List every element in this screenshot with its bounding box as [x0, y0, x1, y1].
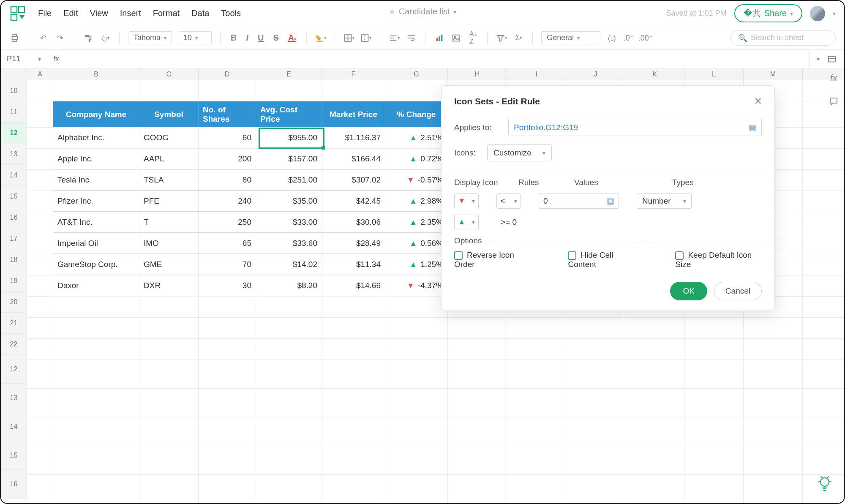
cell[interactable]: AT&T Inc. — [53, 212, 139, 233]
cell[interactable] — [684, 446, 744, 474]
cell[interactable] — [744, 389, 803, 417]
cell[interactable]: 60 — [199, 128, 256, 148]
col-header[interactable]: L — [684, 68, 744, 80]
cell[interactable]: GME — [139, 254, 199, 275]
cell[interactable]: No. of Shares — [199, 101, 256, 127]
cell[interactable]: ▼-4.37% — [385, 275, 448, 296]
cell[interactable] — [256, 446, 322, 474]
cell[interactable] — [53, 80, 139, 101]
cell[interactable] — [448, 475, 507, 503]
bold-button[interactable]: B — [229, 32, 238, 44]
cell[interactable] — [27, 360, 53, 388]
menu-edit[interactable]: Edit — [63, 8, 78, 18]
cell[interactable]: 200 — [199, 149, 256, 169]
cell[interactable] — [507, 318, 566, 338]
cell[interactable]: 70 — [199, 254, 256, 275]
cell[interactable]: Alphabet Inc. — [53, 128, 139, 148]
cell[interactable] — [385, 339, 448, 360]
row-header[interactable]: 13 — [1, 144, 27, 165]
cell[interactable]: $42.45 — [322, 191, 385, 212]
cell[interactable] — [199, 446, 256, 474]
cell[interactable] — [566, 475, 625, 503]
cell[interactable] — [322, 389, 385, 417]
cell[interactable] — [139, 446, 199, 474]
cell[interactable] — [27, 101, 53, 127]
cell[interactable]: $8.20 — [256, 275, 322, 296]
cell[interactable] — [625, 475, 684, 503]
parentheses-icon[interactable]: (₀) — [606, 33, 617, 44]
image-icon[interactable] — [451, 33, 462, 44]
cell[interactable] — [199, 360, 256, 388]
decrease-decimal-icon[interactable]: .0⁻ — [623, 33, 634, 44]
cell[interactable] — [566, 417, 625, 446]
cell[interactable] — [53, 297, 139, 317]
cell[interactable] — [139, 339, 199, 360]
filter-icon[interactable]: ▾ — [496, 33, 507, 44]
col-header[interactable]: D — [199, 68, 256, 80]
cell[interactable] — [684, 339, 744, 360]
cell[interactable]: Market Price — [322, 101, 385, 127]
cell[interactable] — [139, 360, 199, 388]
cell[interactable] — [27, 318, 53, 338]
cell[interactable] — [684, 360, 744, 388]
cell[interactable] — [684, 389, 744, 417]
cell[interactable] — [385, 446, 448, 474]
cell[interactable] — [53, 417, 139, 446]
cell[interactable] — [448, 318, 507, 338]
cell[interactable] — [684, 475, 744, 503]
cell[interactable] — [448, 417, 507, 446]
cell[interactable]: ▲2.35% — [385, 212, 448, 233]
cell[interactable] — [27, 149, 53, 169]
cell[interactable] — [322, 318, 385, 338]
cell[interactable]: ▲1.25% — [385, 254, 448, 275]
display-icon-select[interactable]: ▲ ▾ — [454, 215, 479, 229]
cell[interactable]: Pfizer Inc. — [53, 191, 139, 212]
icons-select[interactable]: Customize ▾ — [487, 144, 552, 161]
cell[interactable] — [256, 417, 322, 446]
cell[interactable]: Imperial Oil — [53, 233, 139, 254]
row-header[interactable]: 20 — [1, 292, 27, 313]
cell[interactable] — [566, 389, 625, 417]
cell[interactable]: T — [139, 212, 199, 233]
cell[interactable] — [566, 446, 625, 474]
chart-icon[interactable] — [434, 33, 445, 44]
cell[interactable] — [27, 297, 53, 317]
cell[interactable]: $28.49 — [322, 233, 385, 254]
row-header[interactable]: 11 — [1, 101, 27, 123]
keep-default-size-checkbox[interactable]: Keep Default Icon Size — [675, 251, 762, 269]
redo-icon[interactable]: ↷ — [55, 33, 65, 44]
name-box[interactable]: P11 ▾ — [1, 50, 47, 68]
cell[interactable] — [385, 360, 448, 388]
wrap-text-icon[interactable] — [406, 33, 417, 44]
cell[interactable] — [53, 339, 139, 360]
cell[interactable] — [507, 475, 566, 503]
cell[interactable]: TSLA — [139, 170, 199, 191]
row-header[interactable]: 19 — [1, 270, 27, 292]
menu-view[interactable]: View — [90, 8, 108, 18]
row-header[interactable]: 16 — [1, 470, 27, 499]
cell[interactable]: $1,116.37 — [322, 128, 385, 148]
cell[interactable] — [53, 475, 139, 503]
cell[interactable] — [27, 446, 53, 474]
fx-sidebar-icon[interactable]: fx — [830, 73, 837, 84]
cell[interactable]: 80 — [199, 170, 256, 191]
document-title[interactable]: ★ Candidate list ▾ — [389, 7, 456, 16]
cell[interactable] — [27, 339, 53, 360]
display-icon-select[interactable]: ▼ ▾ — [454, 193, 479, 208]
cell[interactable] — [27, 254, 53, 275]
row-header[interactable]: 17 — [1, 228, 27, 249]
cell[interactable] — [27, 170, 53, 191]
cell[interactable] — [507, 417, 566, 446]
cell[interactable] — [448, 360, 507, 388]
cell[interactable] — [27, 191, 53, 212]
print-icon[interactable] — [9, 33, 20, 44]
merge-cells-icon[interactable]: ▾ — [360, 33, 371, 44]
cell[interactable] — [566, 318, 625, 338]
cell[interactable] — [27, 233, 53, 254]
cell[interactable] — [744, 417, 803, 446]
cell[interactable] — [27, 212, 53, 233]
underline-button[interactable]: U — [256, 32, 265, 44]
cell[interactable]: Daxor — [53, 275, 139, 296]
row-header[interactable]: 10 — [1, 80, 27, 101]
cell[interactable] — [199, 417, 256, 446]
